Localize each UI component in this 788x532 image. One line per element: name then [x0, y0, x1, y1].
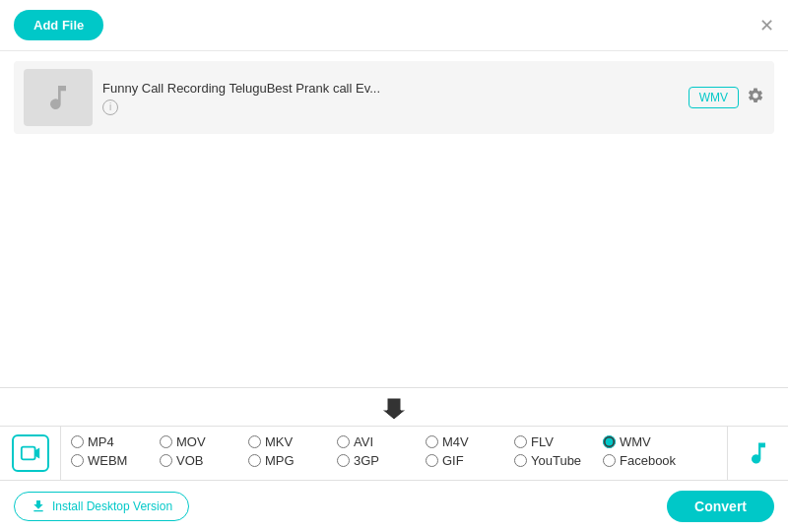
install-label: Install Desktop Version — [52, 499, 172, 513]
format-option-m4v[interactable]: M4V — [426, 434, 514, 449]
down-arrow-icon — [380, 394, 408, 422]
close-button[interactable]: ✕ — [759, 17, 774, 34]
radio-mkv[interactable] — [248, 435, 261, 448]
video-icon-border — [12, 434, 49, 472]
music-icon — [42, 82, 74, 113]
file-actions: WMV — [689, 87, 764, 108]
radio-3gp[interactable] — [337, 454, 350, 467]
radio-youtube[interactable] — [514, 454, 527, 467]
format-option-gif[interactable]: GIF — [426, 453, 514, 468]
format-label-flv: FLV — [531, 434, 554, 449]
format-option-vob[interactable]: VOB — [160, 453, 248, 468]
music-tab-box[interactable] — [727, 427, 788, 480]
svg-rect-1 — [21, 447, 34, 460]
gear-icon — [747, 87, 764, 104]
radio-webm[interactable] — [71, 454, 84, 467]
footer-bar: Install Desktop Version Convert — [0, 480, 788, 532]
format-row-2: WEBMVOBMPG3GPGIFYouTubeFacebook — [71, 453, 717, 468]
format-option-mp4[interactable]: MP4 — [71, 434, 160, 449]
svg-marker-0 — [382, 398, 406, 420]
format-label-wmv: WMV — [620, 434, 651, 449]
file-name: Funny Call Recording TeluguBest Prank ca… — [102, 81, 546, 96]
format-option-wmv[interactable]: WMV — [603, 434, 691, 449]
radio-vob[interactable] — [160, 454, 172, 467]
format-label-mpg: MPG — [265, 453, 295, 468]
format-option-mpg[interactable]: MPG — [248, 453, 337, 468]
top-bar: Add File ✕ — [0, 0, 788, 51]
radio-gif[interactable] — [426, 454, 438, 467]
video-format-icon-box — [0, 427, 61, 480]
content-area — [0, 144, 788, 370]
format-label-3gp: 3GP — [354, 453, 379, 468]
settings-button[interactable] — [747, 87, 764, 108]
video-icon — [20, 442, 41, 464]
bottom-panel: MP4MOVMKVAVIM4VFLVWMV WEBMVOBMPG3GPGIFYo… — [0, 387, 788, 532]
format-badge-button[interactable]: WMV — [689, 87, 739, 108]
format-label-mp4: MP4 — [88, 434, 114, 449]
format-label-webm: WEBM — [88, 453, 127, 468]
format-label-facebook: Facebook — [620, 453, 676, 468]
format-row-1: MP4MOVMKVAVIM4VFLVWMV — [71, 434, 717, 449]
radio-flv[interactable] — [514, 435, 527, 448]
file-thumbnail — [24, 69, 93, 126]
file-list: Funny Call Recording TeluguBest Prank ca… — [0, 51, 788, 144]
radio-facebook[interactable] — [603, 454, 616, 467]
format-option-mov[interactable]: MOV — [160, 434, 248, 449]
file-info: Funny Call Recording TeluguBest Prank ca… — [102, 81, 679, 115]
radio-mov[interactable] — [160, 435, 172, 448]
music-tab-icon — [741, 435, 776, 471]
format-option-facebook[interactable]: Facebook — [603, 453, 691, 468]
format-option-mkv[interactable]: MKV — [248, 434, 337, 449]
add-file-button[interactable]: Add File — [14, 10, 103, 40]
format-options: MP4MOVMKVAVIM4VFLVWMV WEBMVOBMPG3GPGIFYo… — [61, 427, 727, 480]
arrow-indicator — [0, 388, 788, 426]
format-label-gif: GIF — [442, 453, 464, 468]
convert-button[interactable]: Convert — [667, 491, 774, 522]
radio-m4v[interactable] — [426, 435, 438, 448]
format-option-webm[interactable]: WEBM — [71, 453, 160, 468]
format-label-vob: VOB — [176, 453, 203, 468]
format-option-3gp[interactable]: 3GP — [337, 453, 426, 468]
format-label-mov: MOV — [176, 434, 206, 449]
radio-avi[interactable] — [337, 435, 350, 448]
install-desktop-button[interactable]: Install Desktop Version — [14, 492, 189, 521]
radio-wmv[interactable] — [603, 435, 616, 448]
radio-mp4[interactable] — [71, 435, 84, 448]
format-option-avi[interactable]: AVI — [337, 434, 426, 449]
format-label-m4v: M4V — [442, 434, 469, 449]
format-section: MP4MOVMKVAVIM4VFLVWMV WEBMVOBMPG3GPGIFYo… — [0, 426, 788, 480]
radio-mpg[interactable] — [248, 454, 261, 467]
download-icon — [31, 499, 46, 514]
format-label-mkv: MKV — [265, 434, 293, 449]
file-item: Funny Call Recording TeluguBest Prank ca… — [14, 61, 774, 134]
format-option-flv[interactable]: FLV — [514, 434, 603, 449]
format-option-youtube[interactable]: YouTube — [514, 453, 603, 468]
info-icon[interactable]: i — [102, 100, 118, 115]
format-label-youtube: YouTube — [531, 453, 581, 468]
format-label-avi: AVI — [354, 434, 373, 449]
